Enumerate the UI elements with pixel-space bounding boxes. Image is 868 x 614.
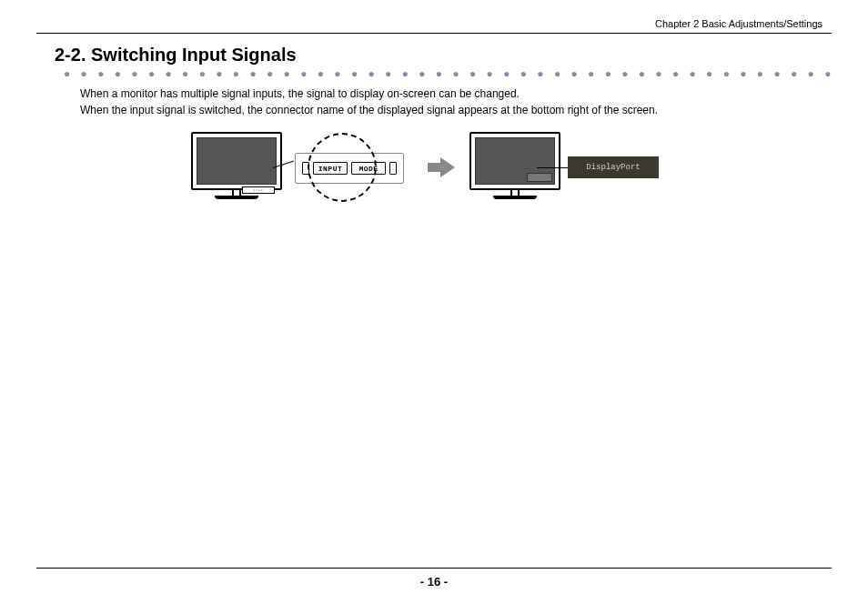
- chapter-header: Chapter 2 Basic Adjustments/Settings: [36, 18, 832, 29]
- dotted-divider: ● ● ● ● ● ● ● ● ● ● ● ● ● ● ● ● ● ● ● ● …: [64, 67, 832, 80]
- osd-indicator-icon: [527, 173, 552, 182]
- illustration: ▫▫▫▫ INPUT MODE DisplayPort: [191, 131, 832, 204]
- paragraph-2: When the input signal is switched, the c…: [80, 102, 832, 118]
- arrow-right-icon: [428, 157, 455, 177]
- monitor-before: ▫▫▫▫: [191, 132, 282, 203]
- connector-name-text: DisplayPort: [586, 163, 640, 172]
- bottom-divider: [36, 568, 832, 569]
- panel-button-small: [389, 162, 397, 175]
- input-button: INPUT: [313, 162, 348, 175]
- paragraph-1: When a monitor has multiple signal input…: [80, 86, 832, 102]
- button-strip-icon: ▫▫▫▫: [242, 186, 275, 194]
- connector-name-label: DisplayPort: [568, 156, 659, 178]
- mode-button: MODE: [351, 162, 386, 175]
- control-panel-zoom: INPUT MODE: [286, 131, 413, 204]
- top-divider: [36, 33, 832, 34]
- panel-button-small: [302, 162, 309, 175]
- section-title: 2-2. Switching Input Signals: [55, 45, 832, 65]
- page-number: - 16 -: [0, 575, 868, 589]
